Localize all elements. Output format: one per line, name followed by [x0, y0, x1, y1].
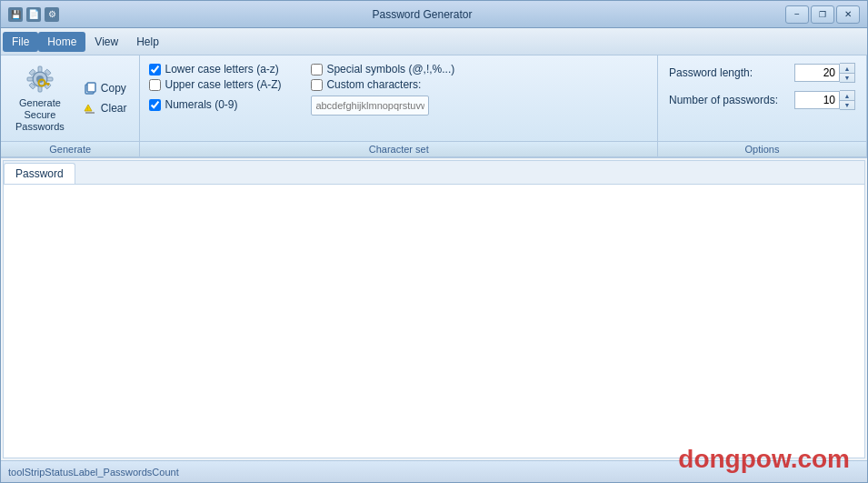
copy-icon — [83, 81, 97, 96]
password-length-down[interactable]: ▼ — [840, 73, 854, 82]
uppercase-checkbox[interactable] — [149, 79, 161, 91]
ribbon-generate-content: GenerateSecurePasswords Copy — [1, 55, 139, 141]
generate-section-label: Generate — [1, 141, 139, 156]
custom-checkbox[interactable] — [311, 79, 323, 91]
settings-icon: ⚙ — [45, 7, 59, 22]
close-button[interactable]: ✕ — [836, 5, 860, 24]
menu-file[interactable]: File — [3, 32, 38, 52]
main-content-area: Password — [3, 160, 865, 458]
title-bar-icons: 💾 📄 ⚙ — [8, 7, 59, 22]
special-checkbox[interactable] — [311, 64, 323, 75]
window-title: Password Generator — [59, 8, 785, 21]
svg-rect-4 — [27, 77, 33, 81]
clear-button[interactable]: ! Clear — [77, 99, 133, 117]
svg-rect-2 — [38, 66, 42, 72]
num-passwords-input[interactable] — [794, 91, 840, 109]
numerals-label[interactable]: Numerals (0-9) — [165, 98, 237, 111]
main-window: 💾 📄 ⚙ Password Generator − ❐ ✕ File Home… — [0, 0, 868, 483]
lowercase-option: Lower case letters (a-z) — [149, 63, 293, 75]
custom-chars-label[interactable]: Custom characters: — [326, 78, 421, 91]
copy-label: Copy — [101, 82, 126, 95]
special-option: Special symbols (@,!,%...) — [311, 63, 454, 75]
special-label[interactable]: Special symbols (@,!,%...) — [326, 63, 454, 75]
custom-header-row: Custom characters: — [311, 78, 454, 91]
options-section-label: Options — [658, 141, 866, 156]
status-bar: toolStripStatusLabel_PasswordsCount — [1, 460, 867, 482]
copy-clear-group: Copy ! Clear — [77, 79, 133, 117]
num-passwords-row: Number of passwords: ▲ ▼ — [669, 90, 855, 110]
restore-button[interactable]: ❐ — [811, 5, 834, 24]
tab-password[interactable]: Password — [4, 163, 75, 184]
ribbon: GenerateSecurePasswords Copy — [1, 55, 867, 158]
ribbon-charset-section: Lower case letters (a-z) Special symbols… — [140, 55, 658, 156]
status-label: toolStripStatusLabel_PasswordsCount — [8, 467, 179, 478]
title-bar-left: 💾 📄 ⚙ — [8, 7, 59, 22]
title-bar: 💾 📄 ⚙ Password Generator − ❐ ✕ — [1, 1, 867, 28]
ribbon-options-section: Password length: ▲ ▼ Number of passwords… — [658, 55, 867, 156]
custom-input-row — [311, 96, 454, 116]
disk-icon: 💾 — [8, 7, 23, 22]
password-content — [4, 185, 864, 458]
uppercase-label[interactable]: Upper case letters (A-Z) — [165, 78, 281, 91]
svg-text:!: ! — [87, 106, 88, 111]
password-length-up[interactable]: ▲ — [840, 64, 854, 73]
menu-bar: File Home View Help — [1, 28, 867, 55]
floppy-icon: 📄 — [26, 7, 41, 22]
numerals-checkbox[interactable] — [149, 99, 161, 111]
clear-label: Clear — [101, 102, 127, 115]
lowercase-checkbox[interactable] — [149, 64, 161, 75]
generate-gear-icon — [24, 63, 56, 96]
svg-rect-14 — [87, 83, 95, 92]
num-passwords-up[interactable]: ▲ — [840, 91, 854, 100]
window-controls: − ❐ ✕ — [785, 5, 860, 24]
menu-view[interactable]: View — [85, 32, 127, 52]
numerals-option: Numerals (0-9) — [149, 94, 293, 116]
num-passwords-down[interactable]: ▼ — [840, 100, 854, 109]
copy-button[interactable]: Copy — [77, 79, 133, 97]
uppercase-option: Upper case letters (A-Z) — [149, 78, 293, 91]
generate-button-label: GenerateSecurePasswords — [15, 97, 65, 134]
password-length-row: Password length: ▲ ▼ — [669, 63, 855, 83]
options-content: Password length: ▲ ▼ Number of passwords… — [658, 55, 866, 141]
menu-home[interactable]: Home — [38, 32, 85, 52]
tab-bar: Password — [4, 161, 864, 185]
password-length-input-wrap: ▲ ▼ — [794, 63, 855, 83]
custom-chars-input[interactable] — [311, 96, 429, 116]
generate-button[interactable]: GenerateSecurePasswords — [8, 59, 72, 137]
svg-rect-3 — [38, 86, 42, 92]
password-length-input[interactable] — [794, 64, 840, 82]
num-passwords-label: Number of passwords: — [669, 94, 787, 106]
charset-content: Lower case letters (a-z) Special symbols… — [140, 55, 657, 141]
ribbon-generate-section: GenerateSecurePasswords Copy — [1, 55, 140, 156]
password-length-spinner: ▲ ▼ — [840, 63, 855, 83]
password-length-label: Password length: — [669, 66, 787, 79]
clear-icon: ! — [83, 101, 97, 116]
lowercase-label[interactable]: Lower case letters (a-z) — [165, 63, 278, 75]
num-passwords-input-wrap: ▲ ▼ — [794, 90, 855, 110]
num-passwords-spinner: ▲ ▼ — [840, 90, 855, 110]
minimize-button[interactable]: − — [785, 5, 809, 24]
charset-section-label: Character set — [140, 141, 657, 156]
svg-rect-12 — [47, 83, 49, 86]
menu-help[interactable]: Help — [127, 32, 168, 52]
svg-rect-5 — [47, 77, 53, 81]
